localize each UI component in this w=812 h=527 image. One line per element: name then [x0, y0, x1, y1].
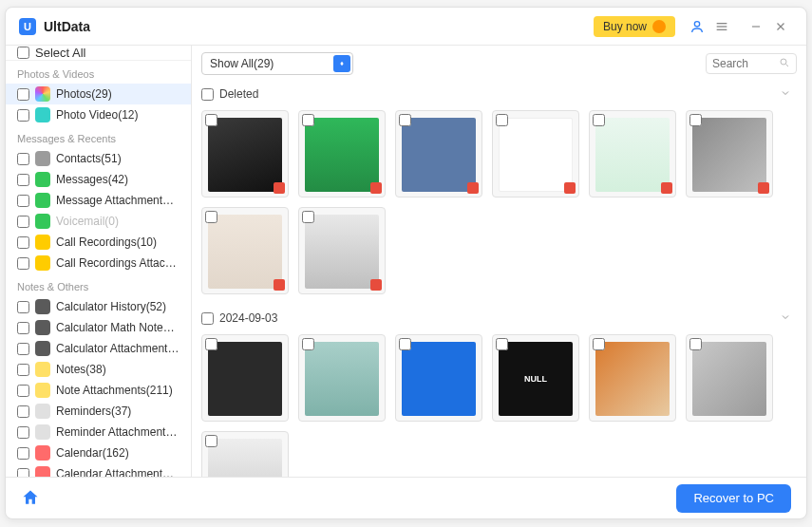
- content-area: Deleted2024-09-03NULL: [192, 82, 806, 477]
- thumbnail-checkbox[interactable]: [205, 338, 217, 350]
- group-head: Deleted: [201, 82, 797, 106]
- thumbnail-checkbox[interactable]: [205, 211, 217, 223]
- sidebar-item-checkbox[interactable]: [17, 216, 29, 228]
- sidebar-item[interactable]: Calculator Math Notes(6): [6, 317, 191, 338]
- thumbnail[interactable]: [686, 110, 773, 198]
- sidebar-item[interactable]: Voicemail(0): [6, 211, 191, 232]
- account-icon[interactable]: [685, 14, 709, 39]
- thumbnail-image: [305, 215, 379, 289]
- thumbnail-checkbox[interactable]: [593, 338, 605, 350]
- sidebar-item[interactable]: Notes(38): [6, 359, 191, 380]
- select-all-checkbox[interactable]: [17, 47, 29, 59]
- thumbnail[interactable]: [201, 431, 289, 477]
- thumbnail-image: [305, 118, 379, 192]
- group-checkbox[interactable]: [201, 312, 214, 325]
- home-icon[interactable]: [21, 488, 42, 509]
- category-icon: [35, 235, 50, 250]
- thumbnail-checkbox[interactable]: [496, 338, 508, 350]
- thumbnail[interactable]: [201, 334, 289, 422]
- sidebar-item[interactable]: Call Recordings(10): [6, 232, 191, 253]
- search-input[interactable]: [712, 57, 779, 70]
- sidebar-item-checkbox[interactable]: [17, 109, 29, 122]
- category-icon: [35, 383, 50, 398]
- chevron-down-icon[interactable]: [774, 311, 797, 326]
- group-title: Deleted: [219, 87, 258, 101]
- thumbnail-checkbox[interactable]: [689, 114, 702, 126]
- deleted-badge-icon: [370, 182, 382, 194]
- sidebar-item[interactable]: Note Attachments(211): [6, 380, 191, 401]
- app-logo-icon: U: [19, 18, 36, 35]
- sidebar-item-label: Voicemail(0): [56, 215, 119, 228]
- thumbnail[interactable]: [298, 207, 386, 294]
- thumbnail[interactable]: [395, 110, 482, 198]
- thumbnail-checkbox[interactable]: [205, 114, 217, 126]
- sidebar-item-checkbox[interactable]: [17, 343, 29, 355]
- group-checkbox[interactable]: [201, 88, 214, 101]
- select-all-row[interactable]: Select All: [6, 46, 191, 61]
- thumbnail-checkbox[interactable]: [205, 435, 217, 447]
- thumbnail[interactable]: [201, 110, 289, 198]
- filter-select[interactable]: Show All(29): [201, 52, 353, 75]
- chevron-down-icon[interactable]: [774, 86, 797, 102]
- thumbnail-checkbox[interactable]: [593, 114, 605, 126]
- sidebar-item-checkbox[interactable]: [17, 405, 29, 418]
- thumbnail-checkbox[interactable]: [399, 114, 411, 126]
- sidebar-item-checkbox[interactable]: [17, 257, 29, 270]
- recover-button[interactable]: Recover to PC: [676, 484, 791, 513]
- sidebar-item-checkbox[interactable]: [17, 426, 29, 439]
- thumbnail-checkbox[interactable]: [302, 114, 314, 126]
- thumbnail[interactable]: [589, 110, 676, 198]
- thumbnail-checkbox[interactable]: [689, 338, 702, 350]
- thumbnail-checkbox[interactable]: [399, 338, 411, 350]
- sidebar-item[interactable]: Reminders(37): [6, 401, 191, 422]
- thumbnail-checkbox[interactable]: [302, 338, 314, 350]
- sidebar-item[interactable]: Photo Video(12): [6, 104, 191, 125]
- sidebar-item-checkbox[interactable]: [17, 385, 29, 397]
- search-box[interactable]: [706, 53, 797, 74]
- thumbnail-grid: NULL: [201, 334, 797, 477]
- thumbnail[interactable]: NULL: [492, 334, 579, 422]
- sidebar-item-checkbox[interactable]: [17, 88, 29, 101]
- thumbnail-image: [595, 342, 670, 416]
- sidebar-item-checkbox[interactable]: [17, 364, 29, 376]
- sidebar-item-label: Photos(29): [56, 87, 112, 101]
- thumbnail[interactable]: [298, 110, 386, 198]
- sidebar-item[interactable]: Calendar(162): [6, 442, 191, 463]
- group-title: 2024-09-03: [219, 311, 277, 325]
- filter-select-label: Show All(29): [210, 57, 274, 70]
- sidebar-item-checkbox[interactable]: [17, 236, 29, 249]
- sidebar-item-checkbox[interactable]: [17, 195, 29, 207]
- sidebar-item[interactable]: Reminder Attachments(27): [6, 422, 191, 442]
- thumbnail-image: NULL: [499, 342, 573, 416]
- sidebar-item-label: Calculator History(52): [56, 300, 166, 313]
- category-icon: [35, 404, 50, 419]
- sidebar-item-checkbox[interactable]: [17, 153, 29, 165]
- sidebar-item[interactable]: Calculator Attachments(30): [6, 338, 191, 359]
- menu-icon[interactable]: [709, 14, 734, 39]
- sidebar-item-checkbox[interactable]: [17, 447, 29, 460]
- sidebar-item-checkbox[interactable]: [17, 174, 29, 186]
- sidebar-item-checkbox[interactable]: [17, 468, 29, 478]
- thumbnail[interactable]: [298, 334, 386, 422]
- thumbnail[interactable]: [395, 334, 482, 422]
- minimize-button[interactable]: [744, 14, 768, 39]
- sidebar-item[interactable]: Calendar Attachments(1): [6, 463, 191, 477]
- sidebar-item[interactable]: Contacts(51): [6, 148, 191, 169]
- thumbnail-checkbox[interactable]: [302, 211, 314, 223]
- thumbnail[interactable]: [492, 110, 579, 198]
- buy-now-button[interactable]: Buy now: [594, 16, 675, 37]
- thumbnail[interactable]: [589, 334, 676, 422]
- sidebar-item[interactable]: Call Recordings Attachment...: [6, 253, 191, 273]
- deleted-badge-icon: [758, 182, 769, 194]
- close-button[interactable]: [768, 14, 793, 39]
- thumbnail[interactable]: [201, 207, 289, 294]
- sidebar-item-checkbox[interactable]: [17, 322, 29, 334]
- thumbnail-image: [692, 118, 766, 192]
- sidebar-item[interactable]: Messages(42): [6, 169, 191, 190]
- thumbnail[interactable]: [686, 334, 773, 422]
- sidebar-item[interactable]: Calculator History(52): [6, 296, 191, 317]
- sidebar-item[interactable]: Photos(29): [6, 84, 191, 104]
- sidebar-item-checkbox[interactable]: [17, 301, 29, 313]
- thumbnail-checkbox[interactable]: [496, 114, 508, 126]
- sidebar-item[interactable]: Message Attachments(16): [6, 190, 191, 211]
